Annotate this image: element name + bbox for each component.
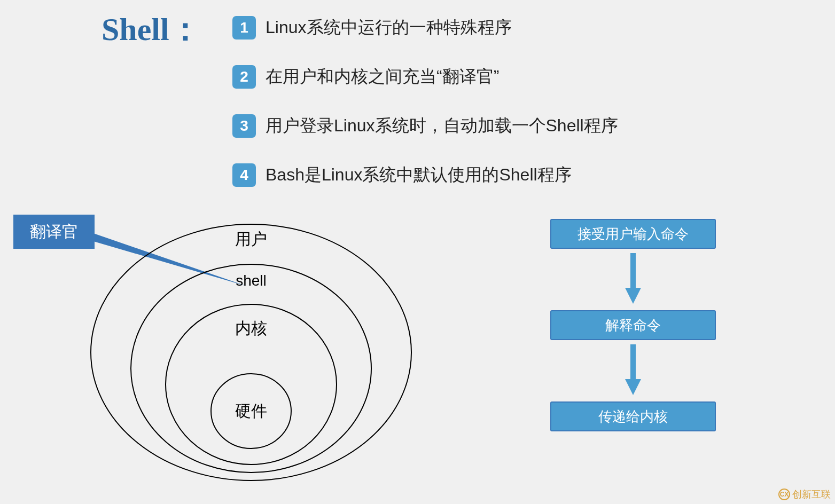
- slide-title: Shell：: [102, 8, 201, 51]
- bullet-text-3: 用户登录Linux系统时，自动加载一个Shell程序: [266, 114, 618, 138]
- svg-marker-1: [625, 288, 641, 304]
- layer-user-ellipse: [91, 224, 411, 481]
- bullet-number-1: 1: [232, 16, 256, 40]
- watermark-text: 创新互联: [792, 488, 831, 501]
- flow-step-2: 解释命令: [550, 310, 716, 340]
- bullet-list: 1 Linux系统中运行的一种特殊程序 2 在用户和内核之间充当“翻译官” 3 …: [232, 16, 618, 212]
- flow-diagram: 接受用户输入命令 解释命令 传递给内核: [550, 219, 716, 431]
- bullet-number-2: 2: [232, 65, 256, 89]
- layer-hardware-label: 硬件: [235, 402, 267, 420]
- arrow-down-icon: [622, 342, 644, 400]
- bullet-item-1: 1 Linux系统中运行的一种特殊程序: [232, 16, 618, 40]
- bullet-item-3: 3 用户登录Linux系统时，自动加载一个Shell程序: [232, 114, 618, 138]
- bullet-text-1: Linux系统中运行的一种特殊程序: [266, 16, 512, 40]
- bullet-item-4: 4 Bash是Linux系统中默认使用的Shell程序: [232, 163, 618, 187]
- flow-arrow-2: [550, 340, 716, 401]
- svg-marker-3: [625, 379, 641, 395]
- layer-shell-label: shell: [236, 272, 267, 289]
- bullet-item-2: 2 在用户和内核之间充当“翻译官”: [232, 65, 618, 89]
- watermark-logo-icon: CX: [778, 489, 790, 500]
- flow-step-3: 传递给内核: [550, 401, 716, 431]
- bullet-number-3: 3: [232, 114, 256, 138]
- layer-user-label: 用户: [235, 230, 267, 248]
- concentric-diagram: 用户 shell 内核 硬件: [80, 214, 427, 504]
- bullet-text-2: 在用户和内核之间充当“翻译官”: [266, 65, 499, 89]
- bullet-text-4: Bash是Linux系统中默认使用的Shell程序: [266, 163, 572, 187]
- flow-step-1: 接受用户输入命令: [550, 219, 716, 249]
- layer-kernel-label: 内核: [235, 319, 267, 337]
- bullet-number-4: 4: [232, 163, 256, 187]
- watermark: CX 创新互联: [778, 488, 831, 501]
- arrow-down-icon: [622, 250, 644, 309]
- flow-arrow-1: [550, 249, 716, 310]
